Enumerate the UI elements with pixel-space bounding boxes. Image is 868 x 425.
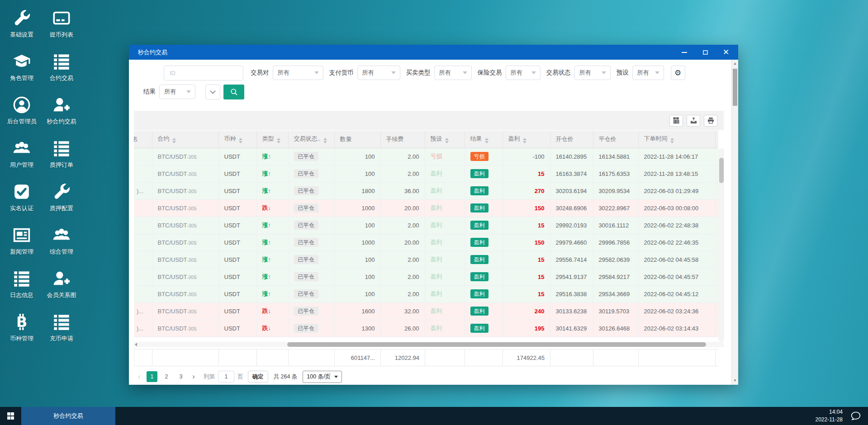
col-header-contract[interactable]: 合约 [152,131,218,148]
page-button-2[interactable]: 2 [161,371,172,382]
chat-tray-button[interactable] [851,411,861,421]
col-header-type[interactable]: 类型 [256,131,288,148]
col-header-preset[interactable]: 预设 [425,131,465,148]
table-row[interactable]: )...BTC/USDT-30SUSDT跌↓已平仓160032.00盈利盈利24… [134,302,718,320]
close-button[interactable]: ✕ [716,45,736,60]
expand-filters-button[interactable] [205,85,220,99]
desktop-icon-label: 角色管理 [10,74,33,82]
pay-currency-select[interactable]: 所有 [357,66,400,80]
search-button[interactable] [223,85,244,99]
sort-icon[interactable] [172,138,176,143]
sort-icon[interactable] [670,138,674,143]
uplus-icon [52,269,71,288]
buy-sell-type-select[interactable]: 所有 [434,66,472,80]
window-scrollbar[interactable]: ▲ ▼ [731,60,738,385]
desktop-icon-log-info[interactable]: 日志信息 [2,267,42,310]
table-row[interactable]: BTC/USDT-30SUSDT涨↑已平仓1002.00盈利盈利1529556.… [134,251,718,268]
col-header-trade-status[interactable]: 交易状态.. [288,131,334,148]
start-button[interactable] [0,407,21,425]
desktop-icon-pledge-config[interactable]: 质押配置 [42,180,81,223]
desktop-icon-withdraw-list[interactable]: 提币列表 [42,6,81,50]
table-horizontal-scrollbar[interactable] [134,342,724,347]
table-row[interactable]: BTC/USDT-30SUSDT涨↑已平仓1002.00盈利盈利1516163.… [134,165,718,182]
desktop-icon-second-contract-trade[interactable]: 秒合约交易 [42,93,81,137]
desktop-icon-admin-users[interactable]: 后台管理员 [2,93,42,137]
table-row[interactable]: )...BTC/USDT-30SUSDT跌↓已平仓130026.00盈利盈利19… [134,320,718,337]
cell-coin: USDT [218,199,256,217]
sort-icon[interactable] [323,138,327,143]
table-row[interactable]: BTC/USDT-30SUSDT涨↑已平仓100020.00盈利盈利150299… [134,234,718,251]
desktop-icon-role-management[interactable]: 角色管理 [2,50,42,93]
sort-icon[interactable] [239,138,242,143]
desktop-icon-contract-trade[interactable]: 合约交易 [42,50,81,93]
desktop-icon-deposit-requests[interactable]: 充币申请 [42,310,81,354]
page-button-3[interactable]: 3 [175,371,186,382]
print-button[interactable] [704,115,717,127]
insurance-trade-select[interactable]: 所有 [506,66,541,80]
trade-status-select[interactable]: 所有 [574,66,611,80]
filter-settings-button[interactable]: ⚙ [671,66,685,80]
page-button-1[interactable]: 1 [147,371,157,382]
minimize-button[interactable] [674,45,695,60]
scroll-down-arrow[interactable]: ▼ [732,378,738,384]
maximize-button[interactable] [695,45,716,60]
select-value: 所有 [278,69,289,77]
sort-icon[interactable] [523,138,526,143]
table-toolbar [134,111,724,130]
table-row[interactable]: BTC/USDT-30SUSDT涨↑已平仓1002.00盈利盈利1529541.… [134,268,718,285]
table-row[interactable]: )...BTC/USDT-30SUSDT涨↑已平仓180036.00盈利盈利27… [134,182,718,199]
trading-pair-select[interactable]: 所有 [273,66,323,80]
cell-fee: 20.00 [380,199,425,217]
table-row[interactable]: BTC/USDT-30SUSDT涨↑已平仓1002.00盈利盈利1529992.… [134,217,718,234]
desktop-icon-label: 综合管理 [50,248,73,256]
cell-coin: USDT [218,285,256,302]
scrollbar-thumb[interactable] [733,69,737,106]
contract-suffix: -30S [187,223,197,228]
col-header-coin[interactable]: 币种 [218,131,256,148]
preset-select[interactable]: 所有 [632,66,664,80]
cell-order-time: 2022-06-02 22:48:38 [638,217,715,234]
table-row[interactable]: BTC/USDT-30SUSDT涨↑已平仓1002.00盈利盈利1529516.… [134,285,718,302]
col-header-label: 预设 [431,135,442,142]
scrollbar-thumb[interactable] [719,158,724,183]
taskbar-clock[interactable]: 14:04 2022-11-28 [816,408,843,424]
select-value: 所有 [511,69,522,77]
cell-fee: 2.00 [380,251,425,268]
id-input[interactable] [164,66,243,80]
table-row[interactable]: BTC/USDT-30SUSDT跌↓已平仓100020.00盈利盈利150302… [134,199,718,217]
col-header-profit[interactable]: 盈利 [503,131,550,148]
prev-page-button[interactable]: ‹ [134,371,145,382]
desktop-icon-general-management[interactable]: 综合管理 [42,223,81,267]
cell-open-price: 29516.3838 [550,285,593,302]
select-value: 所有 [164,88,176,96]
sort-icon[interactable] [485,138,489,143]
cell-result: 盈利 [465,165,503,182]
desktop-icon-pledge-orders[interactable]: 质押订单 [42,137,81,180]
desktop-icon-basic-settings[interactable]: 基础设置 [2,6,42,50]
confirm-button[interactable]: 确定 [248,371,268,382]
column-settings-button[interactable] [669,115,683,127]
sort-icon[interactable] [277,138,280,143]
goto-page-input[interactable] [218,371,234,382]
scroll-left-arrow[interactable] [135,343,138,346]
taskbar-app-second-contract-trade[interactable]: 秒合约交易 [21,407,115,425]
next-page-button[interactable]: › [188,371,199,382]
sort-icon[interactable] [445,138,449,143]
table-row[interactable]: BTC/USDT-30SUSDT涨↑已平仓1002.00亏损亏损-1001614… [134,148,718,165]
col-header-order-time[interactable]: 下单时间 [638,131,715,148]
scroll-up-arrow[interactable]: ▲ [732,61,738,67]
desktop-icon-member-relation-map[interactable]: 会员关系图 [42,267,81,310]
table-vertical-scrollbar[interactable] [718,148,724,342]
col-header-result[interactable]: 结果 [465,131,503,148]
desktop-icon-coin-management[interactable]: B币种管理 [2,310,42,354]
page-size-select[interactable]: 100 条/页 [303,371,342,383]
result-select[interactable]: 所有 [159,85,195,99]
cell-status: 已平仓 [288,199,334,217]
scrollbar-thumb[interactable] [287,342,706,347]
desktop-icon-news-management[interactable]: 新闻管理 [2,223,42,267]
export-button[interactable] [687,115,700,127]
desktop-icon-user-management[interactable]: 用户管理 [2,137,42,180]
preset-text: 盈利 [431,204,442,211]
desktop-icon-kyc-verification[interactable]: 实名认证 [2,180,42,223]
window-titlebar[interactable]: 秒合约交易 ✕ [129,45,738,60]
